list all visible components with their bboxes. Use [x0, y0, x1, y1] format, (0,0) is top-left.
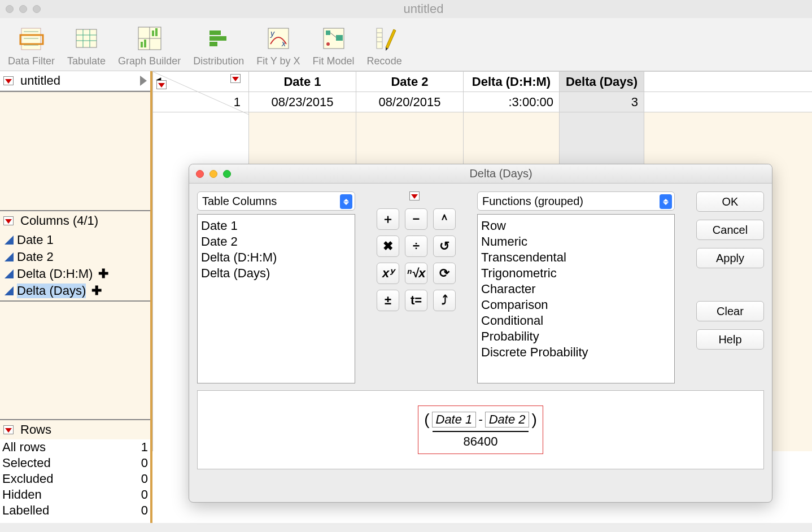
- list-item[interactable]: Character: [481, 281, 671, 297]
- list-item[interactable]: Numeric: [481, 234, 671, 250]
- op-negate[interactable]: ±: [377, 290, 399, 311]
- list-item[interactable]: Delta (Days): [201, 265, 351, 281]
- tool-fit-y-by-x[interactable]: yx Fit Y by X: [256, 24, 300, 67]
- left-sidebar: untitled Columns (4/1) Date 1Date 2Delta…: [0, 71, 152, 523]
- op-assign[interactable]: t=: [405, 290, 427, 311]
- toolbar: Data Filter Tabulate Graph Builder Distr…: [0, 18, 812, 71]
- rows-stats: All rows1Selected0Excluded0Hidden0Labell…: [0, 439, 150, 523]
- row-stat[interactable]: Selected0: [2, 455, 148, 471]
- columns-listbox[interactable]: Date 1Date 2Delta (D:H:M)Delta (Days): [197, 214, 355, 383]
- list-item[interactable]: Discrete Probability: [481, 345, 671, 360]
- svg-rect-25: [336, 35, 343, 41]
- op-peel[interactable]: ⤴: [433, 290, 456, 311]
- dialog-close-icon[interactable]: [196, 170, 204, 178]
- columns-menu-icon[interactable]: [230, 74, 241, 83]
- op-xy[interactable]: xʸ: [377, 263, 399, 284]
- fit-model-icon: [319, 24, 348, 53]
- columns-source-select[interactable]: Table Columns: [197, 191, 355, 211]
- tool-graph-builder[interactable]: Graph Builder: [118, 24, 181, 67]
- data-filter-icon: [17, 24, 46, 53]
- cell[interactable]: 08/23/2015: [249, 92, 356, 112]
- run-script-icon[interactable]: [140, 76, 147, 86]
- formula-denominator[interactable]: 86400: [463, 434, 497, 449]
- cell[interactable]: 08/20/2015: [356, 92, 464, 112]
- cell[interactable]: :3:00:00: [464, 92, 560, 112]
- tool-recode[interactable]: Recode: [367, 24, 402, 67]
- list-item[interactable]: Row: [481, 218, 671, 234]
- fraction-bar-icon: [433, 431, 529, 432]
- dialog-zoom-icon[interactable]: [223, 170, 231, 178]
- functions-grouping-select[interactable]: Functions (grouped): [477, 191, 675, 211]
- help-button[interactable]: Help: [696, 329, 764, 350]
- rows-header-text: Rows: [20, 422, 51, 437]
- formula-expression[interactable]: ( Date 1 - Date 2 ) 86400: [418, 405, 543, 454]
- column-item[interactable]: Date 1: [2, 232, 148, 248]
- tool-fit-model[interactable]: Fit Model: [313, 24, 355, 67]
- apply-button[interactable]: Apply: [696, 248, 764, 268]
- list-item[interactable]: Probability: [481, 329, 671, 345]
- op-redo[interactable]: ⟳: [433, 263, 456, 284]
- tool-data-filter[interactable]: Data Filter: [8, 24, 55, 67]
- op-minus[interactable]: −: [405, 208, 427, 230]
- op-power[interactable]: ＾: [433, 208, 456, 230]
- row-stat[interactable]: Hidden0: [2, 487, 148, 503]
- keypad-menu-icon[interactable]: [409, 191, 420, 200]
- cancel-button[interactable]: Cancel: [696, 220, 764, 240]
- column-header-selected[interactable]: Delta (Days): [560, 72, 644, 92]
- table-row[interactable]: 108/23/201508/20/2015:3:00:003: [153, 92, 813, 112]
- formula-canvas[interactable]: ( Date 1 - Date 2 ) 86400: [197, 390, 764, 469]
- columns-panel-header[interactable]: Columns (4/1): [0, 211, 150, 230]
- ok-button[interactable]: OK: [696, 191, 764, 212]
- rows-menu-icon[interactable]: [156, 80, 167, 89]
- column-header[interactable]: Date 2: [356, 72, 464, 92]
- row-stat[interactable]: All rows1: [2, 439, 148, 455]
- rows-panel-header[interactable]: Rows: [0, 420, 150, 439]
- dialog-minimize-icon[interactable]: [209, 170, 217, 178]
- svg-rect-15: [152, 30, 154, 36]
- table-panel-header[interactable]: untitled: [0, 71, 150, 91]
- continuous-icon: [5, 252, 14, 261]
- window-minimize-icon[interactable]: [19, 5, 27, 13]
- tool-distribution[interactable]: Distribution: [193, 24, 244, 67]
- list-item[interactable]: Transcendental: [481, 250, 671, 265]
- formula-term-b[interactable]: Date 2: [485, 412, 530, 428]
- list-item[interactable]: Conditional: [481, 313, 671, 329]
- disclosure-icon[interactable]: [3, 76, 14, 85]
- list-item[interactable]: Trigonometric: [481, 265, 671, 281]
- column-item[interactable]: Date 2: [2, 248, 148, 265]
- disclosure-icon[interactable]: [3, 425, 14, 434]
- window-zoom-icon[interactable]: [33, 5, 41, 13]
- fit-y-by-x-icon: yx: [264, 24, 293, 53]
- clear-button[interactable]: Clear: [696, 301, 764, 321]
- window-close-icon[interactable]: [6, 5, 14, 13]
- formula-term-a[interactable]: Date 1: [432, 412, 477, 428]
- op-root[interactable]: ⁿ√x: [405, 263, 427, 284]
- svg-marker-32: [386, 29, 396, 49]
- row-stat[interactable]: Excluded0: [2, 471, 148, 487]
- grid-corner[interactable]: ◂: [153, 72, 249, 92]
- list-item[interactable]: Comparison: [481, 297, 671, 313]
- list-item[interactable]: Date 1: [201, 218, 351, 234]
- op-undo[interactable]: ↺: [433, 236, 456, 257]
- column-item[interactable]: Delta (D:H:M)✚: [2, 265, 148, 282]
- tool-tabulate[interactable]: Tabulate: [67, 24, 106, 67]
- tool-label: Distribution: [193, 55, 244, 67]
- list-item[interactable]: Delta (D:H:M): [201, 250, 351, 265]
- row-stat[interactable]: Labelled0: [2, 503, 148, 518]
- op-multiply[interactable]: ✖: [377, 236, 399, 257]
- chevron-updown-icon: [660, 194, 672, 209]
- disclosure-icon[interactable]: [3, 216, 14, 225]
- svg-rect-24: [326, 30, 330, 35]
- list-item[interactable]: Date 2: [201, 234, 351, 250]
- op-plus[interactable]: ＋: [377, 208, 399, 230]
- cell[interactable]: 3: [560, 92, 644, 112]
- dialog-titlebar[interactable]: Delta (Days): [189, 164, 772, 184]
- column-header[interactable]: Date 1: [249, 72, 356, 92]
- op-divide[interactable]: ÷: [405, 236, 427, 257]
- functions-block: Functions (grouped) RowNumericTranscende…: [477, 191, 675, 383]
- tool-label: Fit Model: [313, 55, 355, 67]
- column-item[interactable]: Delta (Days)✚: [2, 282, 148, 299]
- rows-panel: Rows All rows1Selected0Excluded0Hidden0L…: [0, 419, 150, 523]
- functions-listbox[interactable]: RowNumericTranscendentalTrigonometricCha…: [477, 214, 675, 383]
- column-header[interactable]: Delta (D:H:M): [464, 72, 560, 92]
